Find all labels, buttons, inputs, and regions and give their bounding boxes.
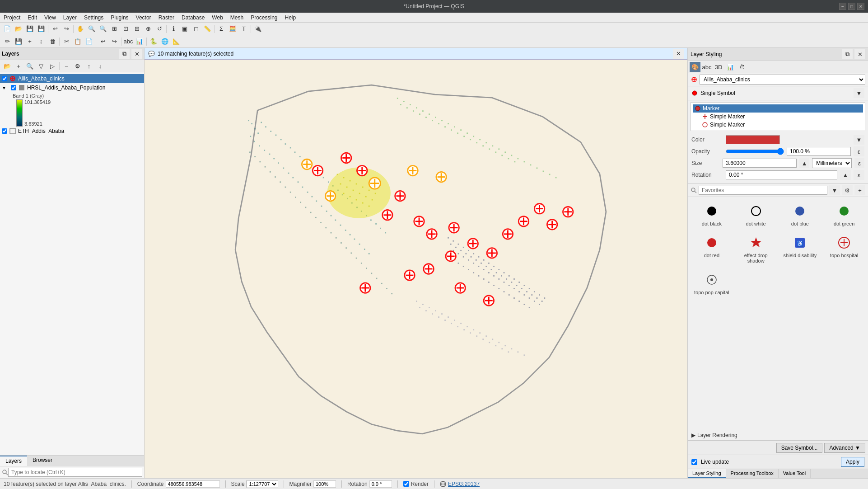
menu-processing[interactable]: Processing	[247, 14, 281, 22]
label-btn[interactable]: abc	[123, 37, 134, 47]
expand-icon-population[interactable]: ▼	[2, 85, 9, 90]
symbol-dot-blue[interactable]: dot blue	[780, 201, 821, 229]
size-value-input[interactable]	[723, 159, 797, 168]
statistics-btn[interactable]: Σ	[216, 24, 227, 34]
symbol-dot-white[interactable]: dot white	[736, 201, 776, 229]
zoom-out-btn[interactable]: 🔍	[98, 24, 108, 34]
layer-item-population[interactable]: ▼ HRSL_Addis_Ababa_Population	[0, 83, 144, 92]
field-calc-btn[interactable]: 🧮	[227, 24, 238, 34]
advanced-btn[interactable]: Advanced ▼	[824, 443, 865, 453]
layer-item-eth[interactable]: ETH_Addis_Ababa	[0, 127, 144, 136]
layer-item-clinics[interactable]: Allis_Ababa_clinics	[0, 74, 144, 83]
select-btn[interactable]: ▣	[179, 24, 190, 34]
menu-layer[interactable]: Layer	[60, 14, 80, 22]
georef-btn[interactable]: 📐	[171, 37, 182, 47]
zoom-full-btn[interactable]: ⊞	[109, 24, 120, 34]
live-update-checkbox[interactable]	[691, 459, 697, 465]
rotation-spin-up[interactable]: ▲	[840, 170, 851, 180]
save-project-btn[interactable]: 💾	[24, 24, 35, 34]
symbol-effect-drop-shadow[interactable]: effect drop shadow	[736, 232, 776, 266]
styling-close-btn[interactable]: ✕	[854, 49, 865, 59]
menu-raster[interactable]: Raster	[155, 14, 178, 22]
maximize-button[interactable]: □	[848, 3, 855, 10]
symbol-tree-simple2[interactable]: Simple Marker	[693, 121, 863, 129]
add-group-btn[interactable]: +	[13, 61, 24, 71]
symbol-topo-pop-capital[interactable]: topo pop capital	[691, 269, 732, 297]
epsg-label[interactable]: EPSG:20137	[448, 481, 480, 487]
size-spin-up[interactable]: ▲	[799, 158, 809, 168]
r-tab-value-tool[interactable]: Value Tool	[779, 469, 811, 478]
symbol-shield-disability[interactable]: ♿ shield disability	[780, 232, 821, 266]
menu-plugins[interactable]: Plugins	[107, 14, 132, 22]
remove-layer-btn[interactable]: −	[61, 61, 72, 71]
opacity-expr-btn[interactable]: ε	[854, 146, 864, 156]
rotation-expr-btn[interactable]: ε	[854, 170, 864, 180]
paste-features-btn[interactable]: 📄	[84, 37, 94, 47]
layer-checkbox-clinics[interactable]	[2, 76, 7, 81]
style-label-btn[interactable]: abc	[701, 62, 712, 72]
delete-selected-btn[interactable]: 🗑	[47, 37, 58, 47]
color-dd-btn[interactable]: ▼	[854, 135, 864, 145]
text-annotation-btn[interactable]: T	[238, 24, 249, 34]
expand-all-btn[interactable]: ▽	[36, 61, 47, 71]
layer-down-btn[interactable]: ↓	[95, 61, 106, 71]
menu-project[interactable]: Project	[0, 14, 24, 22]
save-symbol-btn[interactable]: Save Symbol...	[776, 443, 823, 453]
layer-properties-btn[interactable]: ⚙	[72, 61, 83, 71]
style-diagram-btn[interactable]: 📊	[725, 62, 736, 72]
redo2-btn[interactable]: ↪	[109, 37, 120, 47]
filter-layer-btn[interactable]: 🔍	[24, 61, 35, 71]
plugins-btn[interactable]: 🔌	[252, 24, 263, 34]
zoom-selection-btn[interactable]: ⊞	[131, 24, 142, 34]
r-tab-processing-toolbox[interactable]: Processing Toolbox	[726, 469, 779, 478]
python-btn[interactable]: 🐍	[148, 37, 159, 47]
layer-select-dropdown[interactable]: Allis_Ababa_clinics	[700, 75, 865, 85]
tab-browser[interactable]: Browser	[27, 456, 58, 466]
symbol-dot-black[interactable]: dot black	[691, 201, 732, 229]
coordinate-input[interactable]	[166, 480, 220, 488]
rotation-value-input[interactable]	[726, 170, 837, 179]
symbol-tree-simple1[interactable]: Simple Marker	[693, 113, 863, 121]
open-layer-btn[interactable]: 📂	[2, 61, 13, 71]
edit-layer-btn[interactable]: ✏	[2, 37, 13, 47]
menu-mesh[interactable]: Mesh	[227, 14, 247, 22]
measure-btn[interactable]: 📏	[202, 24, 213, 34]
symbol-search-input[interactable]	[699, 186, 827, 195]
new-project-btn[interactable]: 📄	[2, 24, 13, 34]
render-checkbox[interactable]	[403, 481, 409, 487]
color-swatch[interactable]	[726, 135, 780, 144]
layer-checkbox-eth[interactable]	[2, 128, 7, 134]
close-button[interactable]: ✕	[857, 3, 864, 10]
layers-float-btn[interactable]: ⧉	[119, 49, 130, 59]
search-dd-btn[interactable]: ▼	[829, 185, 840, 195]
style-3d-btn[interactable]: 3D	[713, 62, 724, 72]
styling-float-btn[interactable]: ⧉	[842, 49, 853, 59]
symbol-tree-marker[interactable]: Marker	[693, 104, 863, 113]
menu-settings[interactable]: Settings	[80, 14, 107, 22]
style-paint-btn[interactable]: 🎨	[690, 62, 700, 72]
layer-rendering-header[interactable]: ▶ Layer Rendering	[691, 432, 864, 438]
opacity-slider[interactable]	[726, 148, 784, 155]
size-unit-select[interactable]: Millimeters Pixels Points	[812, 158, 852, 168]
symbol-dot-red[interactable]: dot red	[691, 232, 732, 266]
symbol-topo-hospital[interactable]: topo hospital	[824, 232, 864, 266]
menu-view[interactable]: View	[41, 14, 60, 22]
menu-database[interactable]: Database	[178, 14, 208, 22]
size-expr-btn[interactable]: ε	[854, 158, 864, 168]
move-feature-btn[interactable]: ↕	[36, 37, 47, 47]
menu-web[interactable]: Web	[208, 14, 226, 22]
menu-edit[interactable]: Edit	[24, 14, 41, 22]
pan-map-btn[interactable]: ⊕	[143, 24, 154, 34]
map-canvas[interactable]	[145, 60, 687, 478]
opacity-value-input[interactable]	[787, 147, 851, 156]
copy-features-btn[interactable]: 📋	[72, 37, 83, 47]
search-cfg-btn[interactable]: ⚙	[842, 185, 853, 195]
layers-close-btn[interactable]: ✕	[131, 49, 142, 59]
minimize-button[interactable]: −	[839, 3, 846, 10]
deselect-btn[interactable]: ◻	[191, 24, 201, 34]
open-project-btn[interactable]: 📂	[13, 24, 24, 34]
diagram-btn[interactable]: 📊	[134, 37, 145, 47]
menu-vector[interactable]: Vector	[132, 14, 155, 22]
scale-select[interactable]: 1:127707	[247, 480, 278, 488]
refresh-btn[interactable]: ↺	[154, 24, 165, 34]
